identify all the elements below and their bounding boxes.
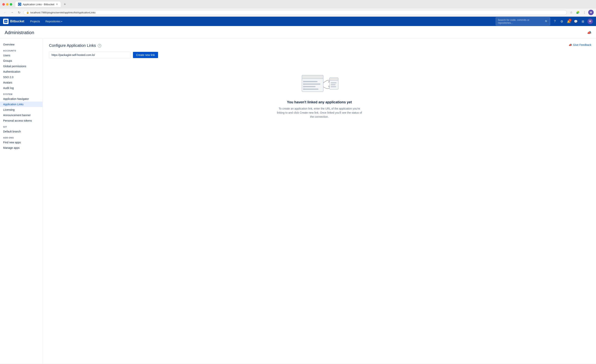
minimize-dot[interactable] xyxy=(6,3,8,6)
projects-nav-link[interactable]: Projects xyxy=(27,17,43,26)
notifications-nav-icon[interactable]: 🔔 1 xyxy=(566,18,572,24)
app-nav-icons: ? ⚙ 🔔 1 💬 ⊞ W xyxy=(552,18,593,24)
maximize-dot[interactable] xyxy=(10,3,12,6)
help-icon[interactable]: ? xyxy=(98,44,101,47)
sidebar-item-global-permissions[interactable]: Global permissions xyxy=(0,64,43,69)
repositories-nav-link[interactable]: Repositories ▾ xyxy=(43,17,65,26)
svg-point-8 xyxy=(303,86,305,87)
sidebar-section-addons: ADD-ONS xyxy=(0,134,43,140)
empty-state-illustration xyxy=(300,72,339,95)
new-tab-button[interactable]: + xyxy=(62,1,68,7)
lock-icon: 🔒 xyxy=(26,11,29,14)
close-dot[interactable] xyxy=(2,3,5,6)
svg-rect-12 xyxy=(305,86,315,87)
sidebar-item-default-branch[interactable]: Default branch xyxy=(0,129,43,134)
page-title-bar: Administration 📣 xyxy=(5,30,591,38)
browser-user-avatar[interactable]: W xyxy=(588,10,594,15)
svg-rect-20 xyxy=(331,86,336,87)
sidebar-section-git: GIT xyxy=(0,123,43,129)
browser-dots xyxy=(2,3,12,6)
notification-badge: 1 xyxy=(568,19,572,22)
create-link-row: Create new link xyxy=(49,52,590,58)
main-content: Configure Application Links ? Create new… xyxy=(43,39,596,131)
sidebar-item-sso[interactable]: SSO 2.0 xyxy=(0,74,43,80)
svg-point-6 xyxy=(303,81,305,82)
search-placeholder: Search for code, commits or repositories… xyxy=(498,18,543,24)
forward-button[interactable]: → xyxy=(9,10,15,15)
svg-rect-18 xyxy=(331,82,336,83)
app-search-bar[interactable]: Search for code, commits or repositories… xyxy=(496,17,550,25)
announcement-icon[interactable]: 📣 xyxy=(587,30,591,35)
svg-rect-10 xyxy=(305,81,317,82)
sidebar-item-manage-apps[interactable]: Manage apps xyxy=(0,145,43,151)
url-text: localhost:7990/plugins/servlet/applinks/… xyxy=(30,11,96,14)
browser-tab[interactable]: Application Links - Bitbucket ✕ xyxy=(15,1,61,7)
settings-nav-icon[interactable]: ⚙ xyxy=(559,18,565,24)
user-avatar[interactable]: W xyxy=(588,19,593,24)
svg-rect-1 xyxy=(302,75,323,79)
svg-rect-11 xyxy=(305,84,320,85)
sidebar-item-audit-log[interactable]: Audit log xyxy=(0,85,43,91)
section-title: Configure Application Links ? xyxy=(49,43,590,48)
page-title: Administration xyxy=(5,30,34,35)
help-nav-icon[interactable]: ? xyxy=(552,18,558,24)
search-icon: 🔍 xyxy=(545,20,548,23)
sidebar-item-app-navigator[interactable]: Application Navigator xyxy=(0,96,43,102)
empty-state: You haven't linked any applications yet … xyxy=(271,65,368,127)
sidebar-item-avatars[interactable]: Avatars xyxy=(0,80,43,85)
give-feedback-link[interactable]: 📣 Give Feedback xyxy=(569,43,591,46)
url-bar[interactable]: 🔒 localhost:7990/plugins/servlet/applink… xyxy=(23,10,567,15)
menu-button[interactable]: ⋮ xyxy=(582,10,587,15)
chat-nav-icon[interactable]: 💬 xyxy=(573,18,579,24)
extensions-button[interactable]: 🧩 xyxy=(575,10,581,15)
empty-state-desc: To create an application link, enter the… xyxy=(275,107,364,119)
browser-title-bar: Application Links - Bitbucket ✕ + xyxy=(0,0,596,8)
app-logo-text: Bitbucket xyxy=(10,20,24,23)
url-input[interactable] xyxy=(49,52,131,58)
main-content-wrapper: Configure Application Links ? Create new… xyxy=(43,39,596,364)
tab-favicon xyxy=(18,3,21,6)
megaphone-icon: 📣 xyxy=(569,43,572,46)
sidebar: Overview ACCOUNTS Users Groups Global pe… xyxy=(0,39,43,364)
sidebar-section-accounts: ACCOUNTS xyxy=(0,47,43,53)
sidebar-item-find-new-apps[interactable]: Find new apps xyxy=(0,140,43,145)
repositories-chevron: ▾ xyxy=(61,20,62,22)
sidebar-section-system: SYSTEM xyxy=(0,91,43,96)
sidebar-item-overview[interactable]: Overview xyxy=(0,42,43,47)
feedback-area: 📣 Give Feedback xyxy=(569,43,591,46)
tab-title: Application Links - Bitbucket xyxy=(23,3,54,6)
page-header: Administration 📣 xyxy=(0,26,596,39)
sidebar-item-authentication[interactable]: Authentication xyxy=(0,69,43,74)
sidebar-item-app-links[interactable]: Application Links xyxy=(0,102,43,107)
svg-point-7 xyxy=(303,83,305,85)
bookmark-button[interactable]: ☆ xyxy=(568,10,574,15)
back-button[interactable]: ← xyxy=(2,10,8,15)
svg-rect-13 xyxy=(305,88,318,90)
svg-rect-19 xyxy=(331,84,335,85)
sidebar-item-users[interactable]: Users xyxy=(0,53,43,58)
apps-nav-icon[interactable]: ⊞ xyxy=(580,18,586,24)
sidebar-item-licensing[interactable]: Licensing xyxy=(0,107,43,112)
logo-icon xyxy=(3,19,8,24)
browser-nav-right: ☆ 🧩 ⋮ W xyxy=(568,10,594,15)
page-body: Overview ACCOUNTS Users Groups Global pe… xyxy=(0,39,596,364)
app-navbar: Bitbucket Projects Repositories ▾ Search… xyxy=(0,17,596,26)
app-nav-links: Projects Repositories ▾ xyxy=(27,17,65,26)
reload-button[interactable]: ↻ xyxy=(16,10,22,15)
create-new-link-button[interactable]: Create new link xyxy=(133,52,158,58)
sidebar-item-announcement-banner[interactable]: Announcement banner xyxy=(0,112,43,118)
sidebar-item-personal-access-tokens[interactable]: Personal access tokens xyxy=(0,118,43,123)
browser-nav: ← → ↻ 🔒 localhost:7990/plugins/servlet/a… xyxy=(0,8,596,16)
tab-close-button[interactable]: ✕ xyxy=(56,3,58,6)
svg-point-9 xyxy=(303,88,305,90)
browser-chrome: Application Links - Bitbucket ✕ + ← → ↻ … xyxy=(0,0,596,17)
svg-rect-17 xyxy=(329,78,338,80)
sidebar-item-groups[interactable]: Groups xyxy=(0,58,43,64)
app-logo[interactable]: Bitbucket xyxy=(3,19,24,24)
empty-state-title: You haven't linked any applications yet xyxy=(275,100,364,104)
